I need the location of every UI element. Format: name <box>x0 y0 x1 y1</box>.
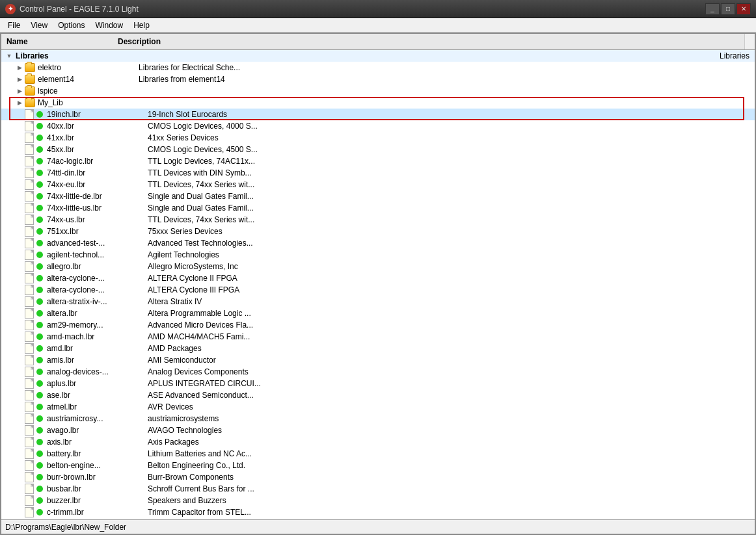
status-dot <box>36 158 43 164</box>
tree-row[interactable]: axis.lbr Axis Packages <box>1 436 755 448</box>
row-desc: Libraries <box>720 51 755 60</box>
tree-row[interactable]: aplus.lbr APLUS INTEGRATED CIRCUI... <box>1 378 755 389</box>
row-name: 74xx-little-de.lbr <box>47 192 148 201</box>
status-dot <box>36 474 43 480</box>
menu-options[interactable]: Options <box>53 18 90 32</box>
row-desc: TTL Devices, 74xx Series wit... <box>148 180 755 189</box>
file-icon <box>25 367 34 377</box>
expand-arrow[interactable] <box>14 74 25 85</box>
tree-row[interactable]: atmel.lbr AVR Devices <box>1 401 755 413</box>
expand-arrow <box>14 507 25 517</box>
tree-row[interactable]: lspice <box>1 85 755 97</box>
tree-row[interactable]: altera-stratix-iv-... Altera Stratix IV <box>1 296 755 307</box>
row-name: 74xx-little-us.lbr <box>47 203 148 213</box>
file-icon <box>25 285 34 295</box>
expand-arrow[interactable] <box>14 98 25 108</box>
expand-arrow[interactable] <box>14 62 25 73</box>
expand-arrow <box>14 168 25 178</box>
expand-arrow <box>14 273 25 283</box>
file-icon <box>25 460 34 471</box>
tree-row[interactable]: busbar.lbr Schroff Current Bus Bars for … <box>1 483 755 495</box>
status-dot <box>36 404 43 410</box>
status-dot <box>36 216 43 223</box>
file-icon <box>25 168 34 178</box>
file-icon <box>25 355 34 365</box>
menu-help[interactable]: Help <box>128 18 155 32</box>
tree-row[interactable]: 74xx-little-us.lbr Single and Dual Gates… <box>1 202 755 214</box>
tree-row[interactable]: am29-memory... Advanced Micro Devices Fl… <box>1 319 755 331</box>
row-name: altera-stratix-iv-... <box>47 297 148 306</box>
row-name: 45xx.lbr <box>47 145 148 154</box>
tree-row[interactable]: c-trimm.lbr Trimm Capacitor from STEL... <box>1 506 755 518</box>
tree-row[interactable]: 40xx.lbr CMOS Logic Devices, 4000 S... <box>1 120 755 132</box>
row-name: altera-cyclone-... <box>47 274 148 283</box>
tree-row[interactable]: allegro.lbr Allegro MicroSystems, Inc <box>1 261 755 272</box>
tree-row[interactable]: 41xx.lbr 41xx Series Devices <box>1 132 755 144</box>
expand-arrow <box>14 332 25 342</box>
tree-row[interactable]: altera-cyclone-... ALTERA Cyclone II FPG… <box>1 272 755 284</box>
tree-row[interactable]: amd.lbr AMD Packages <box>1 343 755 354</box>
tree-row[interactable]: advanced-test-... Advanced Test Technolo… <box>1 237 755 249</box>
row-desc: Single and Dual Gates Famil... <box>148 203 755 213</box>
expand-arrow <box>14 109 25 120</box>
tree-row[interactable]: 74xx-eu.lbr TTL Devices, 74xx Series wit… <box>1 179 755 190</box>
status-bar: D:\Programs\Eagle\lbr\New_Folder <box>1 519 755 534</box>
tree-row[interactable]: agilent-technol... Agilent Technologies <box>1 249 755 261</box>
expand-arrow <box>14 320 25 330</box>
menu-window[interactable]: Window <box>90 18 129 32</box>
tree-row[interactable]: altera.lbr Altera Programmable Logic ... <box>1 307 755 319</box>
tree-row[interactable]: 74xx-us.lbr TTL Devices, 74xx Series wit… <box>1 214 755 226</box>
row-name: element14 <box>38 75 139 84</box>
expand-arrow <box>14 191 25 202</box>
tree-row[interactable]: 74xx-little-de.lbr Single and Dual Gates… <box>1 190 755 202</box>
tree-row[interactable]: altera-cyclone-... ALTERA Cyclone III FP… <box>1 284 755 296</box>
row-desc: Trimm Capacitor from STEL... <box>148 508 755 517</box>
row-name: am29-memory... <box>47 320 148 330</box>
file-tree[interactable]: Libraries Libraries elektro Libraries fo… <box>1 50 755 519</box>
tree-row[interactable]: buzzer.lbr Speakers and Buzzers <box>1 495 755 506</box>
window-title: Control Panel - EAGLE 7.1.0 Light <box>20 5 705 14</box>
expand-arrow <box>14 367 25 377</box>
file-icon <box>25 133 34 143</box>
tree-row[interactable]: battery.lbr Lithium Batteries and NC Ac.… <box>1 448 755 460</box>
file-icon <box>25 238 34 248</box>
expand-arrow[interactable] <box>14 86 25 96</box>
row-desc: Allegro MicroSystems, Inc <box>148 262 755 271</box>
tree-row[interactable]: 74ac-logic.lbr TTL Logic Devices, 74AC11… <box>1 155 755 167</box>
expand-arrow <box>14 296 25 307</box>
row-desc: Burr-Brown Components <box>148 473 755 482</box>
expand-arrow[interactable] <box>4 51 14 61</box>
close-button[interactable]: ✕ <box>736 3 751 15</box>
maximize-button[interactable]: □ <box>721 3 735 15</box>
tree-row[interactable]: 19inch.lbr 19-Inch Slot Eurocards <box>1 109 755 120</box>
row-name: allegro.lbr <box>47 262 148 271</box>
tree-row[interactable]: 74ttl-din.lbr TTL Devices with DIN Symb.… <box>1 167 755 179</box>
tree-row[interactable]: My_Lib <box>1 97 755 109</box>
tree-row[interactable]: analog-devices-... Analog Devices Compon… <box>1 366 755 378</box>
tree-row[interactable]: elektro Libraries for Electrical Sche... <box>1 62 755 73</box>
tree-row[interactable]: Libraries Libraries <box>1 50 755 62</box>
folder-icon <box>25 75 35 84</box>
row-desc: APLUS INTEGRATED CIRCUI... <box>148 379 755 388</box>
tree-row[interactable]: avago.lbr AVAGO Technologies <box>1 424 755 436</box>
tree-row[interactable]: amis.lbr AMI Semiconductor <box>1 354 755 366</box>
tree-row[interactable]: element14 Libraries from element14 <box>1 73 755 85</box>
tree-row[interactable]: 45xx.lbr CMOS Logic Devices, 4500 S... <box>1 144 755 155</box>
tree-row[interactable]: ase.lbr ASE Advanced Semiconduct... <box>1 389 755 401</box>
menu-view[interactable]: View <box>25 18 53 32</box>
row-desc: Altera Stratix IV <box>148 297 755 306</box>
tree-row[interactable]: amd-mach.lbr AMD MACH4/MACH5 Fami... <box>1 331 755 343</box>
folder-icon <box>25 86 35 96</box>
status-dot <box>36 298 43 305</box>
tree-row[interactable]: belton-engine... Belton Engineering Co.,… <box>1 460 755 471</box>
expand-arrow <box>14 425 25 436</box>
menu-file[interactable]: File <box>3 18 25 32</box>
tree-row[interactable]: austriamicrosy... austriamicrosystems <box>1 413 755 424</box>
row-name: advanced-test-... <box>47 239 148 248</box>
tree-row[interactable]: 751xx.lbr 75xxx Series Devices <box>1 226 755 237</box>
expand-arrow <box>14 238 25 248</box>
tree-row[interactable]: burr-brown.lbr Burr-Brown Components <box>1 471 755 483</box>
minimize-button[interactable]: _ <box>705 3 720 15</box>
file-icon <box>25 226 34 237</box>
column-header: Name Description <box>1 34 755 50</box>
